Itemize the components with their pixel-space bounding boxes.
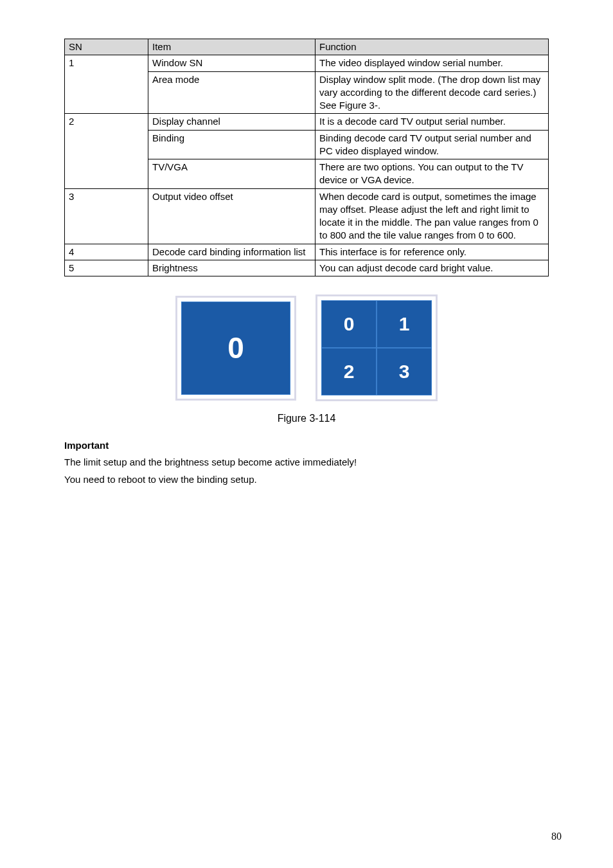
cell-sn: 2	[65, 114, 148, 188]
page-content: SN Item Function 1 Window SN The video d…	[0, 0, 613, 488]
cell-func: The video displayed window serial number…	[315, 55, 549, 71]
cell-item: Window SN	[148, 55, 315, 71]
cell-item: Decode card binding information list	[148, 244, 315, 260]
cell-item: Binding	[148, 130, 315, 159]
figure-caption: Figure 3-114	[64, 413, 549, 424]
cell-func: Binding decode card TV output serial num…	[315, 130, 549, 159]
cell-item: Brightness	[148, 260, 315, 276]
cell-func: There are two options. You can output to…	[315, 159, 549, 189]
table-row: 3 Output video offset When decode card i…	[65, 188, 549, 244]
figure-row: 0 0 1 2 3	[175, 294, 438, 401]
tile-2: 2	[321, 348, 377, 395]
figure-block: 0 0 1 2 3 Figure 3-114	[64, 294, 549, 424]
cell-sn: 1	[65, 55, 148, 114]
th-sn: SN	[65, 39, 148, 55]
table-row: 5 Brightness You can adjust decode card …	[65, 260, 549, 276]
split-mode-single: 0	[175, 296, 296, 401]
th-func: Function	[315, 39, 549, 55]
tile-0: 0	[321, 300, 377, 348]
important-heading: Important	[64, 440, 549, 451]
important-body: The limit setup and the brightness setup…	[64, 453, 549, 488]
cell-func: It is a decode card TV output serial num…	[315, 114, 549, 130]
cell-func: When decode card is output, sometimes th…	[315, 188, 549, 244]
tile-1: 1	[377, 300, 432, 348]
tile-0: 0	[181, 302, 290, 395]
table-row: 2 Display channel It is a decode card TV…	[65, 114, 549, 130]
table-header-row: SN Item Function	[65, 39, 549, 55]
cell-item: Output video offset	[148, 188, 315, 244]
cell-item: TV/VGA	[148, 159, 315, 189]
split-mode-grid: 0 1 2 3	[315, 294, 438, 401]
table-row: 1 Window SN The video displayed window s…	[65, 55, 549, 71]
important-note: Important The limit setup and the bright…	[64, 440, 549, 488]
important-line: You need to reboot to view the binding s…	[64, 471, 549, 488]
th-item: Item	[148, 39, 315, 55]
cell-func: Display window split mode. (The drop dow…	[315, 71, 549, 114]
important-line: The limit setup and the brightness setup…	[64, 453, 549, 471]
table-row: 4 Decode card binding information list T…	[65, 244, 549, 260]
cell-sn: 3	[65, 188, 148, 244]
cell-sn: 4	[65, 244, 148, 260]
cell-item: Display channel	[148, 114, 315, 130]
cell-func: This interface is for reference only.	[315, 244, 549, 260]
cell-item: Area mode	[148, 71, 315, 114]
spec-table: SN Item Function 1 Window SN The video d…	[64, 39, 549, 276]
cell-func: You can adjust decode card bright value.	[315, 260, 549, 276]
tile-3: 3	[377, 348, 432, 395]
page-number: 80	[551, 831, 562, 842]
cell-sn: 5	[65, 260, 148, 276]
